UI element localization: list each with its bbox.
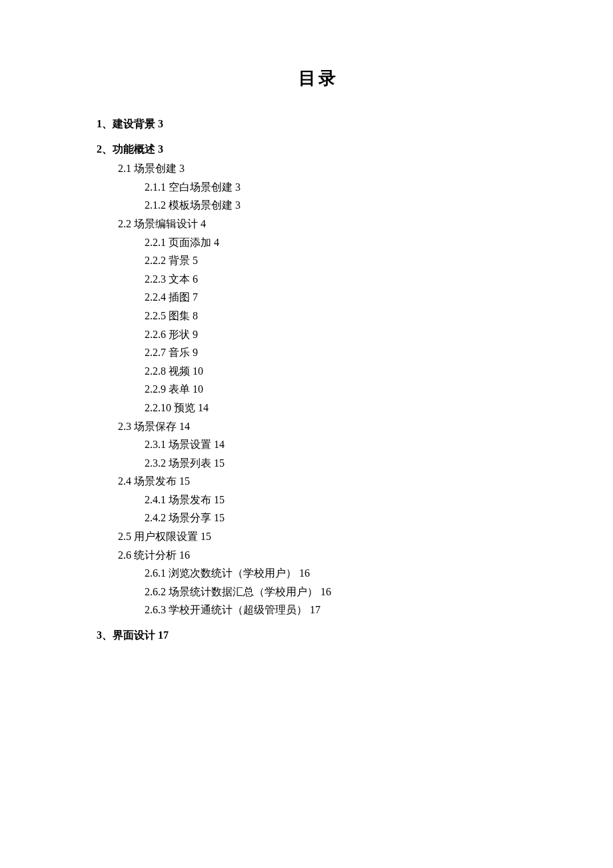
toc-entry: 2.1.2 模板场景创建 3 (145, 197, 540, 214)
toc-entry-number: 2.3 (118, 421, 131, 432)
toc-heading: 目录 (97, 67, 540, 90)
toc-entry: 2.2.5 图集 8 (145, 307, 540, 325)
toc-entry-page: 3 (158, 118, 163, 129)
toc-entry: 2.2.10 预览 14 (145, 399, 540, 417)
toc-entry: 2.6.3 学校开通统计（超级管理员） 17 (145, 601, 540, 619)
toc-entry-title: 页面添加 (169, 237, 211, 248)
toc-entry-title: 功能概述 (113, 143, 155, 155)
toc-entry-number: 3、 (97, 629, 113, 641)
toc-entry-page: 9 (193, 347, 198, 358)
toc-entry-page: 3 (235, 181, 241, 193)
toc-entry: 2.2.6 形状 9 (145, 326, 540, 343)
toc-entry-number: 2.2.10 (145, 402, 171, 413)
toc-entry: 2.2.1 页面添加 4 (145, 234, 540, 251)
toc-entry-page: 9 (193, 329, 198, 340)
toc-entry-title: 视频 (169, 365, 190, 377)
toc-entry-title: 背景 (169, 255, 190, 266)
toc-entry-page: 6 (193, 273, 198, 285)
toc-entry-number: 2.2.8 (145, 365, 166, 377)
toc-entry-number: 2.1 (118, 163, 131, 174)
toc-entry: 2.4 场景发布 15 (118, 473, 540, 490)
toc-entry: 2.6.1 浏览次数统计（学校用户） 16 (145, 565, 540, 582)
toc-entry-page: 15 (201, 531, 211, 542)
toc-entry: 2.1.1 空白场景创建 3 (145, 179, 540, 196)
toc-entry: 2.2 场景编辑设计 4 (118, 215, 540, 233)
toc-entry-number: 1、 (97, 118, 113, 129)
toc-entry-number: 2.2.5 (145, 310, 166, 321)
toc-entry: 2.4.1 场景发布 15 (145, 491, 540, 509)
toc-entry-title: 表单 (169, 383, 190, 395)
toc-entry-title: 场景发布 (169, 494, 211, 505)
toc-entry-number: 2.4 (118, 475, 131, 487)
toc-entry-number: 2.5 (118, 531, 131, 542)
toc-list: 1、建设背景 32、功能概述 32.1 场景创建 32.1.1 空白场景创建 3… (97, 115, 540, 644)
toc-entry-title: 场景编辑设计 (134, 218, 198, 229)
toc-entry: 2.2.8 视频 10 (145, 363, 540, 380)
toc-entry-page: 10 (193, 365, 203, 377)
toc-entry-page: 15 (214, 457, 225, 469)
toc-entry-title: 统计分析 (134, 549, 177, 561)
toc-entry-number: 2.2.9 (145, 383, 166, 395)
toc-entry-page: 16 (179, 549, 190, 561)
toc-entry-title: 场景分享 (169, 512, 211, 523)
toc-entry-page: 7 (193, 291, 198, 303)
toc-entry: 2.3.2 场景列表 15 (145, 455, 540, 472)
toc-entry-number: 2.1.1 (145, 181, 166, 193)
toc-entry-title: 场景保存 (134, 421, 177, 432)
toc-entry-title: 形状 (169, 329, 190, 340)
toc-entry-number: 2.2.1 (145, 237, 166, 248)
toc-entry: 2.2.2 背景 5 (145, 252, 540, 269)
toc-entry: 2.3 场景保存 14 (118, 418, 540, 435)
toc-entry-number: 2.4.1 (145, 494, 166, 505)
toc-entry-number: 2.2.2 (145, 255, 166, 266)
toc-entry-title: 图集 (169, 310, 190, 321)
toc-entry-title: 场景发布 (134, 475, 177, 487)
toc-entry-number: 2.2.4 (145, 291, 166, 303)
toc-entry-title: 模板场景创建 (169, 199, 233, 211)
toc-entry: 2.2.3 文本 6 (145, 271, 540, 288)
toc-entry-page: 17 (310, 604, 320, 615)
toc-entry-page: 3 (235, 199, 241, 211)
toc-entry-title: 学校开通统计（超级管理员） (169, 604, 307, 615)
toc-entry: 2.3.1 场景设置 14 (145, 436, 540, 453)
toc-entry-number: 2.6.3 (145, 604, 166, 615)
toc-entry-page: 16 (299, 567, 310, 579)
toc-entry: 2.2.7 音乐 9 (145, 344, 540, 361)
toc-entry-page: 15 (214, 494, 225, 505)
toc-entry-title: 场景创建 (134, 163, 177, 174)
toc-entry: 2.4.2 场景分享 15 (145, 509, 540, 527)
toc-entry-title: 音乐 (169, 347, 190, 358)
toc-entry-page: 10 (193, 383, 203, 395)
toc-entry-number: 2、 (97, 143, 113, 155)
toc-entry-title: 场景列表 (169, 457, 211, 469)
toc-entry: 2、功能概述 3 (97, 141, 540, 158)
toc-entry-title: 插图 (169, 291, 190, 303)
toc-entry-number: 2.2.3 (145, 273, 166, 285)
toc-entry-page: 4 (214, 237, 219, 248)
toc-entry-title: 空白场景创建 (169, 181, 233, 193)
toc-entry-title: 场景设置 (169, 439, 211, 450)
toc-entry: 2.6.2 场景统计数据汇总（学校用户） 16 (145, 583, 540, 601)
toc-entry-page: 14 (198, 402, 209, 413)
toc-entry: 3、界面设计 17 (97, 627, 540, 644)
toc-entry-page: 3 (158, 143, 163, 155)
toc-entry: 1、建设背景 3 (97, 115, 540, 133)
toc-entry: 2.2.9 表单 10 (145, 381, 540, 398)
toc-entry-title: 界面设计 (113, 629, 155, 641)
toc-entry-page: 14 (214, 439, 225, 450)
toc-entry-title: 文本 (169, 273, 190, 285)
toc-entry-page: 15 (214, 512, 225, 523)
toc-entry-number: 2.2.7 (145, 347, 166, 358)
toc-entry-title: 浏览次数统计（学校用户） (169, 567, 297, 579)
toc-entry-page: 8 (193, 310, 198, 321)
toc-entry-page: 5 (193, 255, 198, 266)
toc-entry-number: 2.6 (118, 549, 131, 561)
toc-entry-title: 预览 (174, 402, 195, 413)
toc-entry-page: 4 (201, 218, 206, 229)
toc-entry-page: 3 (179, 163, 185, 174)
toc-entry: 2.2.4 插图 7 (145, 289, 540, 306)
toc-page: 目录 1、建设背景 32、功能概述 32.1 场景创建 32.1.1 空白场景创… (0, 0, 613, 868)
toc-entry-title: 建设背景 (113, 118, 155, 129)
toc-entry-title: 场景统计数据汇总（学校用户） (169, 586, 318, 597)
toc-entry: 2.5 用户权限设置 15 (118, 528, 540, 545)
